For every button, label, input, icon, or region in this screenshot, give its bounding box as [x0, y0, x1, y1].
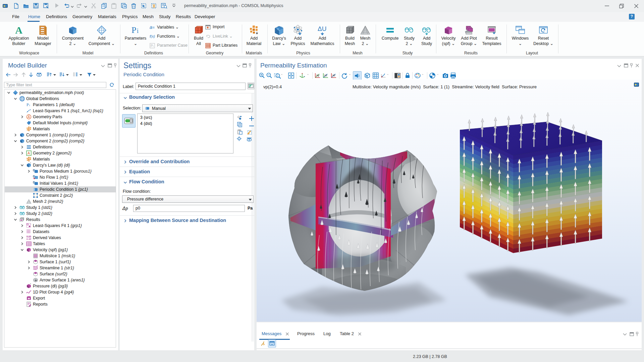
svg-text:a: a — [150, 25, 152, 30]
svg-text:A: A — [15, 25, 22, 36]
svg-text:i: i — [153, 45, 154, 48]
svg-text:yz: yz — [324, 74, 328, 77]
svg-text:xy: xy — [316, 74, 320, 77]
svg-text:f(x): f(x) — [150, 34, 155, 38]
svg-text:=: = — [152, 25, 155, 30]
svg-text:i: i — [137, 28, 139, 34]
svg-text:i: i — [29, 103, 30, 107]
svg-text:P: P — [26, 102, 29, 107]
svg-text:e-12: e-12 — [26, 238, 31, 240]
svg-text:P: P — [151, 44, 153, 48]
svg-text:A: A — [28, 151, 30, 155]
svg-text:A: A — [28, 115, 30, 119]
svg-text:P: P — [131, 25, 136, 35]
svg-text:xz: xz — [332, 74, 336, 77]
svg-text:8.85: 8.85 — [26, 235, 31, 238]
svg-text:ΔU: ΔU — [318, 25, 326, 32]
